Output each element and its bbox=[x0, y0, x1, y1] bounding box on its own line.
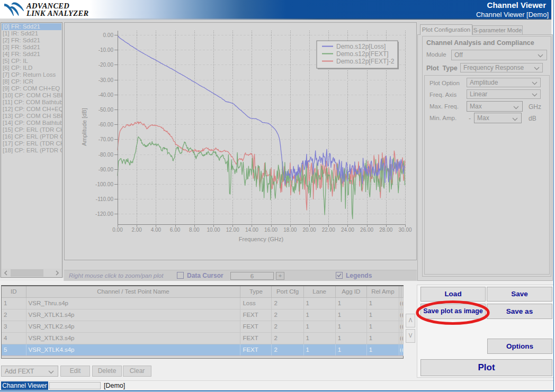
svg-text:30.00: 30.00 bbox=[398, 227, 411, 233]
svg-text:-100.00: -100.00 bbox=[95, 181, 113, 187]
svg-text:22.00: 22.00 bbox=[322, 227, 335, 233]
svg-text:Demo.s12p[Loss]: Demo.s12p[Loss] bbox=[336, 43, 386, 50]
svg-text:-110.00: -110.00 bbox=[96, 196, 114, 202]
svg-text:4.00: 4.00 bbox=[151, 227, 162, 233]
svg-text:Frequency (GHz): Frequency (GHz) bbox=[239, 236, 283, 242]
svg-text:-80.00: -80.00 bbox=[99, 152, 114, 158]
svg-text:Demo.s12p[FEXT]: Demo.s12p[FEXT] bbox=[336, 50, 389, 58]
svg-text:6.00: 6.00 bbox=[170, 227, 181, 233]
svg-text:8.00: 8.00 bbox=[189, 227, 200, 233]
svg-text:10.00: 10.00 bbox=[207, 227, 220, 233]
svg-text:16.00: 16.00 bbox=[264, 227, 278, 233]
svg-text:14.00: 14.00 bbox=[245, 227, 258, 233]
svg-text:-120.00: -120.00 bbox=[95, 211, 113, 217]
svg-text:0.00: 0.00 bbox=[103, 32, 114, 38]
svg-text:-90.00: -90.00 bbox=[99, 167, 114, 172]
svg-text:26.00: 26.00 bbox=[360, 227, 373, 233]
svg-text:2.00: 2.00 bbox=[131, 227, 142, 233]
svg-text:-50.00: -50.00 bbox=[99, 107, 114, 113]
svg-text:12.00: 12.00 bbox=[226, 227, 239, 233]
svg-text:-30.00: -30.00 bbox=[99, 77, 114, 83]
svg-text:28.00: 28.00 bbox=[379, 227, 392, 233]
svg-text:Amplitude [dB]: Amplitude [dB] bbox=[81, 108, 87, 146]
svg-text:20.00: 20.00 bbox=[302, 227, 316, 233]
svg-text:Demo.s12p[FEXT]-2: Demo.s12p[FEXT]-2 bbox=[336, 58, 395, 65]
svg-text:-40.00: -40.00 bbox=[99, 92, 114, 98]
svg-text:24.00: 24.00 bbox=[341, 227, 354, 233]
svg-text:-70.00: -70.00 bbox=[99, 136, 114, 142]
svg-text:-10.00: -10.00 bbox=[99, 47, 114, 53]
svg-text:0.00: 0.00 bbox=[112, 227, 123, 233]
svg-text:-20.00: -20.00 bbox=[99, 62, 114, 68]
svg-text:18.00: 18.00 bbox=[283, 227, 297, 233]
svg-text:-60.00: -60.00 bbox=[99, 122, 114, 127]
